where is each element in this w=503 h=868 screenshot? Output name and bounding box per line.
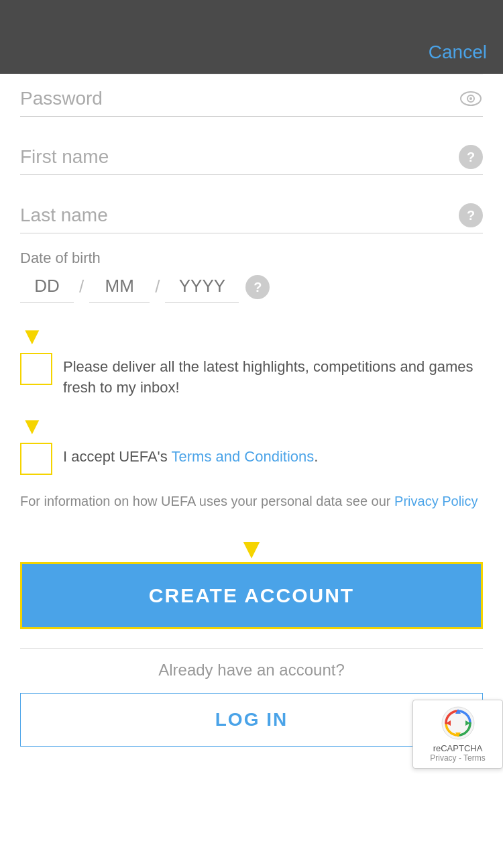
dob-help-icon[interactable]: ? [245, 275, 270, 299]
terms-row-wrapper: ▼ I accept UEFA's Terms and Conditions. [20, 412, 483, 475]
dob-dd-field [20, 276, 74, 303]
password-toggle-icon[interactable] [459, 87, 483, 111]
lastname-field-group: Last name ? [20, 191, 483, 233]
highlights-text: Please deliver all the latest highlights… [63, 353, 483, 398]
highlights-arrow: ▼ [20, 322, 483, 350]
terms-link[interactable]: Terms and Conditions [172, 448, 315, 465]
terms-checkbox-row: I accept UEFA's Terms and Conditions. [20, 443, 483, 475]
svg-point-2 [469, 97, 472, 100]
firstname-label: First name [20, 146, 459, 168]
lastname-label: Last name [20, 205, 459, 226]
recaptcha-label: reCAPTCHA [433, 743, 483, 753]
create-account-button[interactable]: CREATE ACCOUNT [20, 562, 483, 629]
password-field-group: Password [20, 74, 483, 117]
terms-prefix: I accept UEFA's [63, 448, 172, 465]
dob-label: Date of birth [20, 250, 483, 267]
recaptcha-terms-link[interactable]: Terms [463, 753, 486, 763]
dob-separator-2: / [150, 276, 165, 303]
terms-suffix: . [314, 448, 318, 465]
privacy-info: For information on how UEFA uses your pe… [20, 491, 483, 511]
create-account-arrow: ▼ [20, 533, 483, 565]
dob-fields: / / ? [20, 275, 483, 303]
privacy-policy-link[interactable]: Privacy Policy [394, 494, 478, 508]
dob-separator-1: / [74, 276, 89, 303]
privacy-text: For information on how UEFA uses your pe… [20, 494, 394, 508]
already-account-text: Already have an account? [20, 654, 483, 680]
recaptcha-separator: - [459, 753, 463, 763]
highlights-checkbox[interactable] [20, 353, 52, 385]
form-area: Password First name ? Last name ? Date o… [0, 74, 503, 747]
terms-text: I accept UEFA's Terms and Conditions. [63, 443, 483, 468]
recaptcha-privacy-link[interactable]: Privacy [430, 753, 456, 763]
dob-yyyy-field [165, 276, 239, 303]
lastname-help-icon[interactable]: ? [459, 203, 483, 227]
top-header: Cancel [0, 0, 503, 74]
divider [20, 648, 483, 649]
dob-dd-input[interactable] [20, 276, 74, 296]
dob-yyyy-input[interactable] [165, 276, 239, 296]
dob-mm-input[interactable] [89, 276, 150, 296]
login-button[interactable]: LOG IN [215, 709, 288, 730]
recaptcha-badge: reCAPTCHA Privacy - Terms [412, 700, 503, 769]
create-account-wrapper: ▼ CREATE ACCOUNT [20, 533, 483, 629]
terms-checkbox[interactable] [20, 443, 52, 475]
dob-mm-field [89, 276, 150, 303]
highlights-checkbox-row: Please deliver all the latest highlights… [20, 353, 483, 398]
recaptcha-logo-icon [441, 706, 476, 741]
password-label: Password [20, 88, 459, 109]
firstname-help-icon[interactable]: ? [459, 145, 483, 169]
recaptcha-links: Privacy - Terms [430, 753, 485, 763]
dob-section: Date of birth / / ? [20, 250, 483, 303]
checkboxes-section: ▼ Please deliver all the latest highligh… [20, 322, 483, 475]
highlights-row-wrapper: ▼ Please deliver all the latest highligh… [20, 322, 483, 398]
terms-arrow: ▼ [20, 412, 483, 440]
firstname-field-group: First name ? [20, 133, 483, 175]
cancel-button[interactable]: Cancel [429, 42, 487, 63]
